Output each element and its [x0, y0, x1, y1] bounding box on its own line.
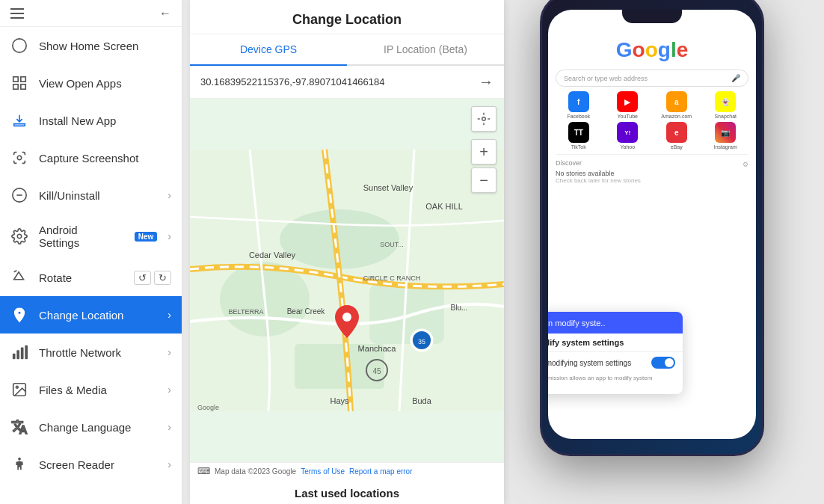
svg-text:Buda: Buda [412, 396, 432, 405]
app-icon-instagram[interactable]: 📷 Instagram [703, 122, 749, 150]
kill-label: Kill/Uninstall [39, 189, 157, 202]
svg-point-0 [13, 39, 26, 52]
sidebar-item-change-location[interactable]: Change Location › [0, 296, 182, 334]
sidebar-item-screen-reader[interactable]: Screen Reader › [0, 446, 182, 483]
sidebar: ← Show Home Screen View Open Apps [0, 0, 182, 504]
tiktok-icon: TT [568, 122, 589, 143]
language-chevron: › [167, 421, 171, 433]
tabs-row: Device GPS IP Location (Beta) [190, 34, 504, 66]
map-controls: + − [471, 106, 496, 193]
zoom-in-button[interactable]: + [471, 139, 496, 165]
terms-link[interactable]: Terms of Use [301, 467, 345, 476]
rotate-icon [10, 268, 28, 286]
coordinates-input[interactable] [200, 76, 473, 87]
sidebar-item-android-settings[interactable]: Android Settings New › [0, 214, 182, 259]
sidebar-item-kill[interactable]: Kill/Uninstall › [0, 176, 182, 214]
discover-settings-icon[interactable]: ⚙ [742, 161, 748, 168]
app-icon-snapchat[interactable]: 👻 Snapchat [703, 91, 749, 119]
zoom-out-button[interactable]: − [471, 168, 496, 193]
sidebar-item-throttle-network[interactable]: Throttle Network › [0, 334, 182, 371]
yahoo-icon: Y! [617, 122, 638, 143]
last-used-title: Last used locations [190, 479, 504, 504]
svg-text:45: 45 [372, 367, 381, 375]
tab-device-gps[interactable]: Device GPS [190, 34, 347, 64]
keyboard-icon: ⌨ [197, 466, 210, 476]
modify-system-popup: ⚙ Can modify syste.. ‹ Modify system set… [548, 312, 683, 394]
svg-rect-13 [25, 345, 28, 359]
youtube-icon: ▶ [617, 91, 638, 112]
change-location-chevron: › [167, 309, 171, 321]
files-icon [10, 381, 28, 399]
map-footer: ⌨ Map data ©2023 Google Terms of Use Rep… [190, 462, 504, 479]
tab-ip-location[interactable]: IP Location (Beta) [347, 34, 504, 64]
language-label: Change Language [39, 421, 157, 434]
sidebar-item-view-apps[interactable]: View Open Apps [0, 64, 182, 102]
svg-point-16 [18, 458, 21, 461]
report-link[interactable]: Report a map error [349, 467, 412, 476]
panel-title: Change Location [190, 0, 504, 34]
google-search-bar[interactable]: Search or type web address 🎤 [556, 70, 748, 87]
modify-toggle-label: Allow modifying system settings [548, 359, 631, 367]
rotate-cw-btn[interactable]: ↻ [154, 271, 171, 285]
location-input-row: → [190, 66, 504, 99]
facebook-icon: f [568, 91, 589, 112]
view-apps-icon [10, 74, 28, 92]
go-button[interactable]: → [479, 73, 494, 90]
app-icon-youtube[interactable]: ▶ YouTube [605, 91, 651, 119]
android-settings-label: Android Settings [39, 224, 121, 249]
amazon-icon: a [666, 91, 687, 112]
svg-text:SOUT...: SOUT... [380, 241, 404, 248]
ebay-icon: e [666, 122, 687, 143]
modify-description: This permission allows an app to modify … [548, 373, 683, 394]
settings-icon [10, 227, 28, 245]
no-stories-text: No stories available [556, 170, 748, 177]
svg-point-8 [17, 234, 22, 239]
locate-button[interactable] [471, 106, 496, 132]
no-stories-sub-text: Check back later for new stories [556, 177, 748, 184]
change-location-label: Change Location [39, 309, 157, 322]
sidebar-item-show-home[interactable]: Show Home Screen [0, 27, 182, 64]
svg-rect-4 [21, 84, 25, 89]
app-icon-tiktok[interactable]: TT TikTok [556, 122, 602, 150]
svg-text:35: 35 [418, 338, 425, 345]
svg-point-38 [342, 313, 351, 322]
svg-text:Hays: Hays [330, 396, 349, 405]
rotate-buttons: ↺ ↻ [134, 271, 171, 285]
app-icon-facebook[interactable]: f Facebook [556, 91, 602, 119]
svg-text:Blu...: Blu... [451, 304, 468, 312]
app-icon-amazon[interactable]: a Amazon.com [654, 91, 700, 119]
modify-popup-header: ⚙ Can modify syste.. [548, 312, 683, 334]
modify-popup-title-text: Modify system settings [548, 338, 624, 347]
rotate-ccw-btn[interactable]: ↺ [134, 271, 151, 285]
hamburger-icon[interactable] [10, 8, 24, 19]
svg-rect-3 [13, 84, 18, 89]
sidebar-item-files-media[interactable]: Files & Media › [0, 371, 182, 408]
app-grid: f Facebook ▶ YouTube a Amazon.com 👻 [556, 91, 748, 150]
screen-reader-chevron: › [167, 458, 171, 470]
files-chevron: › [167, 384, 171, 396]
throttle-icon [10, 343, 28, 361]
modify-header-text: Can modify syste.. [548, 319, 605, 328]
app-icon-yahoo[interactable]: Y! Yahoo [605, 122, 651, 150]
svg-text:CIRCLE C RANCH: CIRCLE C RANCH [363, 274, 421, 282]
location-icon [10, 306, 28, 324]
new-badge: New [135, 232, 158, 242]
sidebar-item-rotate[interactable]: Rotate ↺ ↻ [0, 259, 182, 296]
modify-toggle[interactable] [651, 357, 675, 369]
sidebar-item-change-language[interactable]: Change Language › [0, 408, 182, 446]
app-icon-ebay[interactable]: e eBay [654, 122, 700, 150]
capture-label: Capture Screenshot [39, 152, 171, 165]
svg-rect-1 [13, 77, 18, 82]
throttle-label: Throttle Network [39, 346, 157, 359]
view-apps-label: View Open Apps [39, 77, 171, 90]
discover-section: Discover ⚙ No stories available Check ba… [556, 154, 748, 188]
sidebar-item-capture[interactable]: Capture Screenshot [0, 139, 182, 176]
throttle-chevron: › [167, 346, 171, 358]
location-panel: Change Location Device GPS IP Location (… [190, 0, 504, 504]
phone-notch [622, 10, 682, 23]
install-app-label: Install New App [39, 114, 171, 127]
sidebar-item-install-app[interactable]: Install New App [0, 102, 182, 139]
sidebar-header: ← [0, 0, 182, 27]
main-content: Change Location Device GPS IP Location (… [182, 0, 824, 504]
back-icon[interactable]: ← [159, 7, 171, 20]
